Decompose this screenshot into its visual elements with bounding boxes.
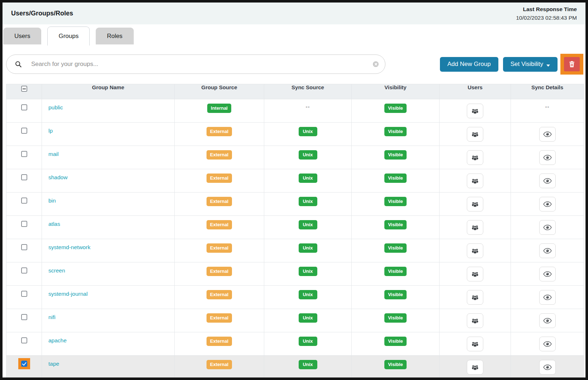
group-name-link[interactable]: apache (48, 337, 67, 343)
users-button[interactable] (467, 267, 483, 281)
group-name-link[interactable]: bin (48, 198, 56, 204)
visibility-cell: Visible (352, 216, 440, 239)
users-button[interactable] (467, 127, 483, 142)
group-name-link[interactable]: tape (48, 361, 59, 367)
visibility-cell: Visible (352, 286, 440, 309)
users-button[interactable] (467, 174, 483, 188)
group-name-link[interactable]: lp (48, 128, 53, 134)
users-button[interactable] (467, 313, 483, 328)
sync-details-button[interactable] (539, 174, 556, 188)
page-title: Users/Groups/Roles (11, 10, 73, 17)
row-checkbox-wrap (18, 102, 30, 113)
sync-details-cell (511, 239, 584, 262)
sync-details-button[interactable] (539, 290, 556, 305)
users-icon (471, 155, 479, 161)
users-cell (440, 99, 511, 123)
sync-details-button[interactable] (539, 337, 556, 351)
tab-roles[interactable]: Roles (96, 28, 133, 44)
sync-details-button[interactable] (539, 243, 556, 258)
group-name-cell: screen (42, 262, 175, 286)
users-button[interactable] (467, 220, 483, 235)
visibility-badge: Visible (384, 127, 407, 136)
sync-details-cell (511, 193, 584, 216)
group-name-link[interactable]: systemd-journal (48, 291, 87, 297)
group-name-cell: systemd-network (42, 239, 175, 262)
group-name-cell: public (42, 99, 175, 123)
sync-source-cell: Unix (264, 146, 352, 169)
row-checkbox[interactable] (21, 314, 27, 320)
row-checkbox[interactable] (21, 198, 27, 204)
row-checkbox[interactable] (21, 291, 27, 297)
clear-search-icon[interactable] (373, 61, 379, 67)
visibility-badge: Visible (384, 337, 407, 346)
row-checkbox[interactable] (21, 244, 27, 250)
group-name-link[interactable]: screen (48, 267, 65, 274)
row-checkbox[interactable] (21, 337, 27, 343)
row-checkbox[interactable] (21, 361, 27, 367)
add-new-group-button[interactable]: Add New Group (440, 57, 498, 72)
group-source-cell: External (175, 216, 264, 239)
row-checkbox[interactable] (21, 221, 27, 227)
visibility-cell: Visible (352, 239, 440, 262)
users-button[interactable] (467, 104, 483, 118)
sync-details-button[interactable] (539, 197, 556, 212)
table-row: mail External Unix Visible (6, 146, 584, 169)
column-header-visibility: Visibility (352, 84, 440, 99)
users-cell (440, 146, 511, 169)
groups-table: Group Name Group Source Sync Source Visi… (6, 84, 584, 379)
toolbar: Add New Group Set Visibility (3, 47, 585, 75)
users-button[interactable] (467, 290, 483, 305)
group-source-cell: External (175, 332, 264, 356)
sync-details-button[interactable] (539, 360, 556, 375)
users-button[interactable] (467, 243, 483, 258)
row-checkbox-cell (6, 262, 42, 286)
group-name-link[interactable]: systemd-network (48, 244, 90, 250)
sync-details-cell (511, 169, 584, 193)
users-button[interactable] (467, 337, 483, 351)
row-checkbox[interactable] (21, 151, 27, 157)
row-checkbox-cell (6, 356, 42, 379)
row-checkbox[interactable] (21, 174, 27, 180)
search-box[interactable] (6, 54, 385, 74)
sync-details-button[interactable] (539, 150, 556, 165)
search-input[interactable] (31, 61, 373, 68)
users-button[interactable] (467, 360, 483, 375)
row-checkbox-wrap (18, 218, 30, 229)
tab-users[interactable]: Users (3, 28, 41, 44)
group-name-link[interactable]: mail (48, 151, 58, 157)
row-checkbox[interactable] (21, 267, 27, 274)
sync-details-cell: -- (511, 99, 584, 123)
group-source-badge: External (207, 174, 232, 183)
eye-icon (543, 131, 552, 137)
search-icon (15, 61, 22, 68)
sync-details-button[interactable] (539, 127, 556, 142)
users-button[interactable] (467, 150, 483, 165)
visibility-badge: Visible (384, 150, 407, 160)
group-name-link[interactable]: nifi (48, 314, 56, 320)
group-name-link[interactable]: atlas (48, 221, 60, 227)
group-source-badge: External (207, 127, 232, 136)
users-icon (471, 201, 479, 207)
row-checkbox[interactable] (21, 104, 27, 110)
visibility-cell: Visible (352, 99, 440, 123)
group-source-cell: Internal (175, 99, 264, 123)
users-icon (471, 295, 479, 300)
users-cell (440, 309, 511, 332)
tab-groups[interactable]: Groups (47, 27, 90, 46)
users-icon (471, 178, 479, 184)
sync-details-button[interactable] (539, 267, 556, 281)
group-name-link[interactable]: shadow (48, 174, 67, 180)
group-source-cell: External (175, 286, 264, 309)
eye-icon (543, 224, 552, 231)
sync-details-button[interactable] (539, 313, 556, 328)
group-name-link[interactable]: public (48, 104, 63, 110)
table-row: apache External Unix Visible (6, 332, 584, 356)
group-source-badge: External (207, 243, 232, 253)
select-all-checkbox[interactable] (21, 86, 27, 92)
users-button[interactable] (467, 197, 483, 212)
sync-details-button[interactable] (539, 220, 556, 235)
row-checkbox[interactable] (21, 128, 27, 134)
group-source-cell: External (175, 193, 264, 216)
set-visibility-button[interactable]: Set Visibility (503, 57, 558, 72)
delete-group-button[interactable] (564, 57, 580, 71)
